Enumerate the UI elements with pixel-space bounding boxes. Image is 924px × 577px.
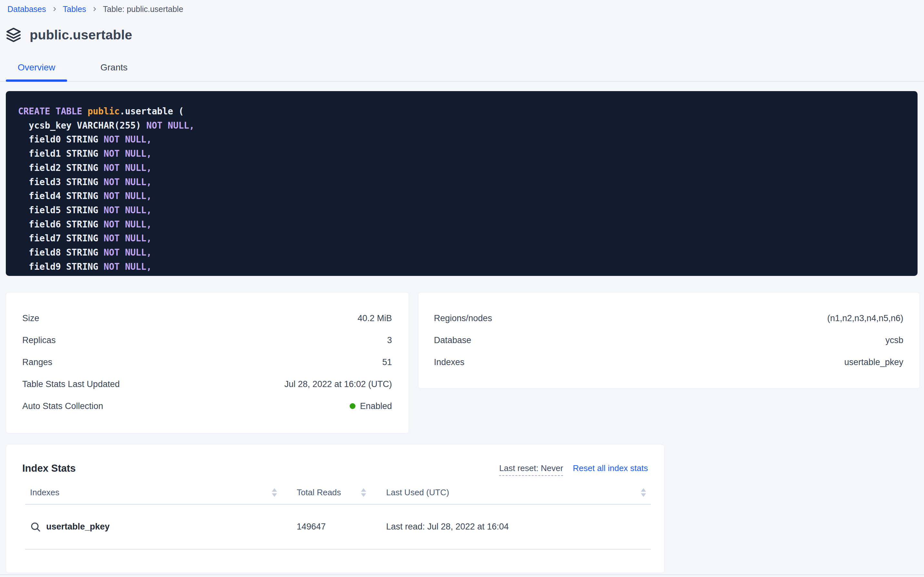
detail-value: Enabled	[350, 401, 392, 411]
index-stats-card: Index Stats Last reset: Never Reset all …	[6, 444, 664, 573]
detail-value: (n1,n2,n3,n4,n5,n6)	[827, 313, 903, 323]
sort-icon[interactable]	[641, 488, 646, 497]
tab-grants[interactable]: Grants	[92, 61, 137, 74]
sql-code-line: field8 STRING NOT NULL,	[18, 245, 908, 260]
breadcrumb: Databases Tables Table: public.usertable	[7, 3, 183, 16]
sql-code-line: ycsb_key VARCHAR(255) NOT NULL,	[18, 119, 908, 133]
breadcrumb-link-tables[interactable]: Tables	[63, 5, 86, 14]
detail-row: Databaseycsb	[434, 329, 903, 351]
sql-code-line: field2 STRING NOT NULL,	[18, 161, 908, 175]
detail-value: ycsb	[885, 335, 903, 345]
sql-code-line: field9 STRING NOT NULL,	[18, 260, 908, 274]
table-header-row: Indexes Total Reads Last Used (UTC)	[25, 481, 651, 504]
breadcrumb-current: Table: public.usertable	[103, 5, 183, 14]
column-header-label: Last Used (UTC)	[386, 487, 449, 498]
detail-label: Indexes	[434, 357, 464, 367]
chevron-right-icon	[51, 6, 58, 12]
detail-row: Indexesusertable_pkey	[434, 351, 903, 373]
detail-value: Jul 28, 2022 at 16:02 (UTC)	[284, 379, 392, 389]
active-tab-underline	[6, 79, 67, 82]
column-header-label: Indexes	[30, 487, 59, 498]
sql-code[interactable]: CREATE TABLE public.usertable ( ycsb_key…	[6, 91, 918, 276]
detail-value: 51	[382, 357, 392, 367]
last-reset-label: Last reset: Never	[499, 463, 563, 476]
detail-label: Database	[434, 335, 471, 345]
page-title: public.usertable	[30, 27, 132, 43]
detail-label: Ranges	[22, 357, 52, 367]
detail-value: 3	[387, 335, 392, 345]
column-header-indexes[interactable]: Indexes	[30, 487, 277, 498]
sql-code-line: field4 STRING NOT NULL,	[18, 189, 908, 203]
page-bottom-divider	[0, 574, 924, 575]
detail-row: Ranges51	[22, 351, 392, 373]
reset-index-stats-link[interactable]: Reset all index stats	[573, 463, 648, 473]
column-header-label: Total Reads	[297, 487, 341, 498]
sql-code-line: field7 STRING NOT NULL,	[18, 231, 908, 245]
detail-row: Regions/nodes(n1,n2,n3,n4,n5,n6)	[434, 307, 903, 329]
detail-row: Replicas3	[22, 329, 392, 351]
sql-code-line: field6 STRING NOT NULL,	[18, 218, 908, 232]
detail-value: 40.2 MiB	[357, 313, 392, 323]
tab-bar-divider	[0, 81, 924, 82]
sql-code-line: field0 STRING NOT NULL,	[18, 132, 908, 147]
sql-code-line: field3 STRING NOT NULL,	[18, 175, 908, 189]
table-layers-icon	[6, 27, 21, 43]
table-details-card: Size40.2 MiBReplicas3Ranges51Table Stats…	[6, 292, 409, 434]
detail-label: Auto Stats Collection	[22, 401, 103, 411]
detail-value: usertable_pkey	[844, 357, 903, 367]
detail-label: Regions/nodes	[434, 313, 492, 323]
index-name: usertable_pkey	[46, 522, 110, 532]
sql-code-line: field1 STRING NOT NULL,	[18, 147, 908, 161]
detail-row: Size40.2 MiB	[22, 307, 392, 329]
chevron-right-icon	[92, 6, 98, 12]
detail-label: Size	[22, 313, 39, 323]
breadcrumb-link-databases[interactable]: Databases	[7, 5, 46, 14]
status-enabled-dot-icon	[350, 403, 355, 409]
detail-label: Table Stats Last Updated	[22, 379, 120, 389]
table-location-card: Regions/nodes(n1,n2,n3,n4,n5,n6)Database…	[418, 292, 920, 388]
index-stats-table: Indexes Total Reads Last Used (UTC) user…	[25, 481, 651, 550]
detail-row: Table Stats Last UpdatedJul 28, 2022 at …	[22, 373, 392, 395]
index-stats-title: Index Stats	[22, 463, 76, 474]
tab-bar: Overview Grants	[0, 61, 924, 82]
search-icon	[30, 521, 41, 532]
sql-code-line: field5 STRING NOT NULL,	[18, 203, 908, 218]
column-header-total-reads[interactable]: Total Reads	[297, 487, 366, 498]
table-row: usertable_pkey 149647 Last read: Jul 28,…	[25, 504, 651, 550]
page-header: public.usertable	[6, 27, 132, 43]
sort-icon[interactable]	[272, 488, 277, 497]
column-header-last-used[interactable]: Last Used (UTC)	[386, 487, 646, 498]
tab-overview[interactable]: Overview	[6, 61, 67, 74]
last-used-value: Last read: Jul 28, 2022 at 16:04	[386, 522, 509, 532]
detail-row: Auto Stats CollectionEnabled	[22, 395, 392, 417]
sql-code-line: CREATE TABLE public.usertable (	[18, 104, 908, 119]
detail-label: Replicas	[22, 335, 56, 345]
total-reads-value: 149647	[297, 522, 326, 532]
sort-icon[interactable]	[361, 488, 366, 497]
